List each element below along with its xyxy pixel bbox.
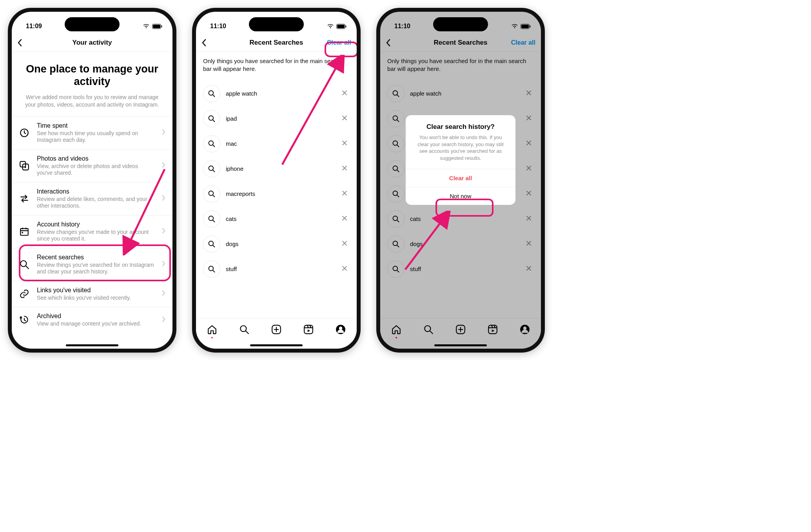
row-subtitle: See which links you've visited recently. <box>37 295 155 302</box>
search-icon <box>239 324 249 335</box>
search-term-text: dogs <box>226 241 334 247</box>
menu-row-recent-searches[interactable]: Recent searchesReview things you've sear… <box>12 248 172 281</box>
delete-search-button[interactable] <box>339 112 350 125</box>
menu-row-interactions[interactable]: InteractionsReview and delete likes, com… <box>12 182 172 215</box>
delete-search-button[interactable] <box>339 162 350 175</box>
search-row[interactable]: stuff <box>196 257 357 282</box>
svg-point-37 <box>339 326 343 330</box>
menu-row-photos-and-videos[interactable]: Photos and videosView, archive or delete… <box>12 149 172 182</box>
tab-profile[interactable] <box>336 324 346 336</box>
search-row[interactable]: macreports <box>196 181 357 206</box>
search-icon <box>208 265 216 273</box>
search-term-icon <box>203 235 220 253</box>
phone-2: 11:10 Recent Searches Clear all Only thi… <box>192 8 361 353</box>
battery-icon <box>336 24 347 29</box>
tab-reels[interactable] <box>303 324 314 336</box>
row-title: Recent searches <box>37 254 155 261</box>
search-row[interactable]: cats <box>196 206 357 232</box>
menu-row-archived[interactable]: ArchivedView and manage content you've a… <box>12 307 172 333</box>
search-icon <box>208 215 216 223</box>
row-chevron <box>162 261 165 268</box>
chevron-right-icon <box>162 290 165 296</box>
row-subtitle: Review things you've searched for on Ins… <box>37 262 155 275</box>
row-subtitle: See how much time you usually spend on I… <box>37 130 155 144</box>
svg-line-15 <box>213 95 214 96</box>
row-subtitle: View, archive or delete photos and video… <box>37 163 155 177</box>
hero: One place to manage your activity We've … <box>12 52 172 116</box>
hero-subtitle: We've added more tools for you to review… <box>21 94 163 109</box>
svg-line-23 <box>213 195 214 197</box>
chevron-right-icon <box>162 261 165 267</box>
svg-line-29 <box>213 270 214 272</box>
row-text: InteractionsReview and delete likes, com… <box>37 188 155 210</box>
media-icon <box>19 161 29 171</box>
status-time: 11:10 <box>210 23 226 30</box>
swap-icon <box>19 194 29 204</box>
content: Only things you have searched for in the… <box>196 52 357 318</box>
row-icon <box>19 127 30 138</box>
search-term-text: cats <box>226 215 334 222</box>
svg-line-31 <box>246 331 249 334</box>
search-row[interactable]: mac <box>196 131 357 156</box>
row-chevron <box>162 129 165 137</box>
search-term-icon <box>203 110 220 127</box>
hero-title: One place to manage your activity <box>21 63 163 88</box>
menu-row-time-spent[interactable]: Time spentSee how much time you usually … <box>12 116 172 149</box>
clock-icon <box>19 128 29 138</box>
delete-search-button[interactable] <box>339 87 350 100</box>
search-row[interactable]: dogs <box>196 232 357 257</box>
row-text: Photos and videosView, archive or delete… <box>37 155 155 177</box>
search-row[interactable]: apple watch <box>196 81 357 106</box>
alert-title: Clear search history? <box>414 123 508 131</box>
row-icon <box>19 226 30 237</box>
nav-title: Your activity <box>12 39 172 47</box>
search-term-text: stuff <box>226 266 334 272</box>
tab-home[interactable] <box>207 324 217 336</box>
svg-point-8 <box>20 261 26 266</box>
row-title: Interactions <box>37 188 155 195</box>
chevron-right-icon <box>162 228 165 234</box>
row-text: Time spentSee how much time you usually … <box>37 122 155 144</box>
back-button[interactable] <box>201 39 213 47</box>
alert-clear-all-button[interactable]: Clear all <box>406 168 515 186</box>
svg-point-18 <box>209 141 214 145</box>
back-button[interactable] <box>17 39 29 47</box>
search-row[interactable]: iphone <box>196 156 357 181</box>
delete-search-button[interactable] <box>339 212 350 225</box>
svg-rect-13 <box>346 25 347 27</box>
svg-rect-12 <box>337 25 345 28</box>
menu-row-account-history[interactable]: Account historyReview changes you've mad… <box>12 215 172 248</box>
row-chevron <box>162 290 165 298</box>
home-icon <box>207 324 217 335</box>
svg-point-26 <box>209 241 214 246</box>
phone-1: 11:09 Your activity One place to manage … <box>8 8 176 353</box>
clear-all-button[interactable]: Clear all <box>327 39 351 46</box>
nav-bar: Your activity <box>12 34 172 52</box>
search-row[interactable]: ipad <box>196 106 357 131</box>
search-icon <box>208 140 216 148</box>
menu-row-links-you-ve-visited[interactable]: Links you've visitedSee which links you'… <box>12 281 172 307</box>
profile-icon <box>336 324 346 335</box>
page-description: Only things you have searched for in the… <box>196 52 357 81</box>
delete-search-button[interactable] <box>339 262 350 275</box>
svg-rect-1 <box>153 25 160 28</box>
row-subtitle: Review changes you've made to your accou… <box>37 229 155 242</box>
svg-line-21 <box>213 170 214 172</box>
svg-point-14 <box>209 90 214 95</box>
home-indicator[interactable] <box>66 344 118 346</box>
row-icon <box>19 259 30 270</box>
row-text: ArchivedView and manage content you've a… <box>37 313 155 328</box>
tab-new-post[interactable] <box>271 324 281 336</box>
search-icon <box>208 190 216 198</box>
search-term-text: apple watch <box>226 90 334 97</box>
delete-search-button[interactable] <box>339 187 350 200</box>
close-icon <box>342 266 347 271</box>
tab-search[interactable] <box>239 324 249 336</box>
row-subtitle: Review and delete likes, comments, and y… <box>37 196 155 210</box>
home-indicator[interactable] <box>250 344 303 346</box>
delete-search-button[interactable] <box>339 237 350 250</box>
row-chevron <box>162 316 165 324</box>
alert-not-now-button[interactable]: Not now <box>406 186 515 204</box>
delete-search-button[interactable] <box>339 137 350 150</box>
tab-bar <box>196 318 357 342</box>
